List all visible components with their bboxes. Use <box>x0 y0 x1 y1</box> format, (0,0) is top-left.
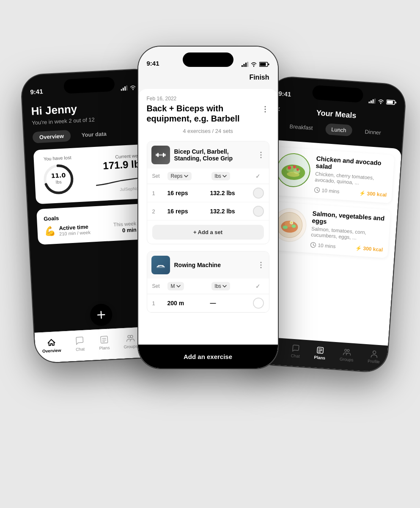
svg-rect-45 <box>368 102 370 103</box>
finish-button[interactable]: Finish <box>249 74 269 81</box>
svg-rect-33 <box>163 153 164 157</box>
meal-image-1 <box>275 152 311 188</box>
set-check-1-2[interactable] <box>253 206 264 217</box>
set-check-2-1[interactable] <box>253 298 264 309</box>
plans-icon <box>99 334 109 345</box>
nav-right-plans-icon <box>316 345 324 354</box>
meals-tabs: Breakfast Lunch Dinner <box>276 120 395 139</box>
nav-right-plans[interactable]: Plans <box>314 345 326 360</box>
weight-dropdown-2[interactable]: lbs <box>211 282 230 290</box>
svg-point-41 <box>162 265 164 267</box>
set-check-1-1[interactable] <box>253 188 264 199</box>
svg-rect-27 <box>268 64 269 65</box>
workout-date: Feb 16, 2022 <box>147 96 269 102</box>
plus-icon <box>95 309 107 321</box>
set-row-1-2: 2 16 reps 132.2 lbs <box>147 202 269 221</box>
meal-meta-1: 10 mins ⚡ 300 kcal <box>314 187 387 198</box>
phones-container: 9:41 <box>20 21 401 487</box>
goals-label: Goals <box>43 210 148 222</box>
svg-line-73 <box>313 245 314 246</box>
svg-rect-24 <box>247 62 248 67</box>
svg-line-62 <box>317 190 318 191</box>
exercise-more-1[interactable] <box>257 151 265 159</box>
tab-your-data[interactable]: Your data <box>74 128 113 141</box>
meal-time-1: 10 mins <box>314 187 340 194</box>
signal-icon-left <box>120 86 127 91</box>
sets-header-2: Set M lbs <box>147 279 269 294</box>
svg-rect-50 <box>387 100 393 104</box>
nav-groups[interactable]: Groups <box>123 333 137 349</box>
overview-tabs: Overview Your data <box>32 126 151 144</box>
signal-icon-center <box>242 62 248 67</box>
tab-breakfast[interactable]: Breakfast <box>283 120 319 134</box>
svg-rect-23 <box>245 63 247 67</box>
svg-line-75 <box>318 349 322 349</box>
workout-content: Feb 16, 2022 Back + Biceps with equipmen… <box>138 89 278 368</box>
svg-rect-22 <box>243 64 244 67</box>
nav-right-profile[interactable]: Profile <box>368 349 381 364</box>
set-row-1-1: 1 16 reps 132.2 lbs <box>147 184 269 202</box>
svg-rect-34 <box>156 154 157 156</box>
nav-right-chat[interactable]: Chat <box>291 344 300 358</box>
nav-chat[interactable]: Chat <box>74 336 85 352</box>
status-icons-center <box>242 62 269 67</box>
reps-dropdown-1[interactable]: Reps <box>167 172 192 180</box>
svg-rect-3 <box>126 86 127 91</box>
add-exercise-button[interactable]: Add an exercise <box>138 345 278 368</box>
svg-line-76 <box>318 350 322 351</box>
goal-row: 💪 Active time 210 min / week This week 0… <box>44 220 149 237</box>
status-icons-right <box>368 98 397 105</box>
svg-rect-26 <box>260 63 266 66</box>
nav-right-groups[interactable]: Groups <box>339 347 354 362</box>
wifi-icon-center <box>250 62 257 67</box>
exercise-block-2: Rowing Machine Set M <box>147 251 269 313</box>
groups-icon <box>125 333 135 344</box>
battery-icon-center <box>259 62 269 67</box>
meal-card-1[interactable]: Chicken and avocado salad Chicken, cherr… <box>269 146 394 203</box>
exercise-thumb-1 <box>151 146 170 164</box>
nav-plans[interactable]: Plans <box>98 334 110 351</box>
stats-card: You have lost 11.0 lbs Current weight <box>33 144 154 204</box>
meal-info-2: Salmon, vegetables and eggs Salmon, toma… <box>310 210 385 253</box>
svg-rect-46 <box>370 100 371 103</box>
fab-add-button[interactable] <box>89 303 113 326</box>
svg-text:11.0: 11.0 <box>51 172 66 179</box>
svg-point-18 <box>127 335 130 338</box>
nav-right-profile-icon <box>370 349 379 358</box>
svg-point-78 <box>345 349 347 351</box>
wifi-icon-right <box>377 99 384 104</box>
svg-rect-0 <box>121 89 122 91</box>
nav-right-groups-icon <box>342 348 351 356</box>
meal-card-2[interactable]: Salmon, vegetables and eggs Salmon, toma… <box>266 202 390 258</box>
weight-dropdown-1[interactable]: lbs <box>211 172 230 180</box>
svg-point-30 <box>264 111 266 113</box>
reps-dropdown-2[interactable]: M <box>167 282 184 290</box>
phone-center-screen: 9:41 <box>138 47 278 368</box>
exercise-more-2[interactable] <box>257 261 265 269</box>
battery-icon-right <box>386 99 397 105</box>
svg-rect-2 <box>124 86 126 91</box>
svg-point-28 <box>264 106 266 108</box>
nav-overview[interactable]: Overview <box>41 337 61 353</box>
workout-menu-icon[interactable] <box>261 105 269 113</box>
lost-stat: You have lost 11.0 lbs <box>40 155 76 197</box>
tab-dinner[interactable]: Dinner <box>358 125 387 139</box>
nav-groups-label: Groups <box>124 344 137 349</box>
tab-overview[interactable]: Overview <box>32 130 71 144</box>
sets-header-1: Set Reps lbs <box>147 168 269 184</box>
workout-sets-info: 4 exercises / 24 sets <box>147 128 269 134</box>
meal-kcal-1: ⚡ 300 kcal <box>359 190 387 198</box>
tab-lunch[interactable]: Lunch <box>325 123 352 136</box>
lost-label: You have lost <box>43 155 71 161</box>
svg-rect-1 <box>122 88 124 91</box>
dynamic-island-center <box>183 52 233 67</box>
svg-point-79 <box>347 349 349 351</box>
goal-value: 0 min <box>113 226 137 234</box>
svg-text:lbs: lbs <box>55 179 62 185</box>
workout-header: Finish <box>138 69 278 86</box>
add-set-button-1[interactable]: + Add a set <box>152 225 264 240</box>
svg-point-38 <box>260 157 261 158</box>
svg-rect-14 <box>100 336 107 343</box>
exercise-name-2: Rowing Machine <box>174 262 253 268</box>
nav-chat-label: Chat <box>75 347 85 352</box>
